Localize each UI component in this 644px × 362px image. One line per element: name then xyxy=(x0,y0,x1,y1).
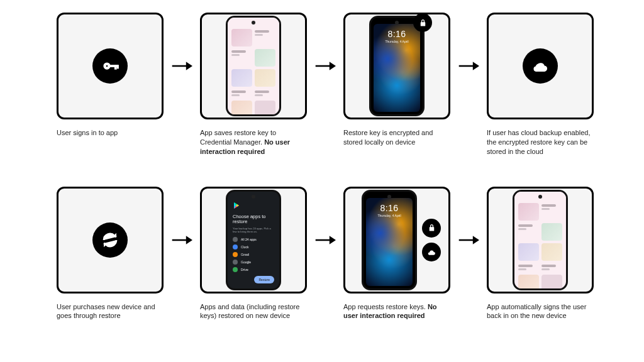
step-save-key: App saves restore key to Credential Mana… xyxy=(200,13,307,156)
lock-icon xyxy=(413,13,432,32)
svg-marker-20 xyxy=(473,236,479,244)
box-phone-app xyxy=(487,187,594,293)
list-item: Gmail xyxy=(233,252,274,257)
key-icon xyxy=(92,48,128,84)
list-item: All 24 apps xyxy=(233,237,274,242)
lockscreen-date: Thursday, 4 April xyxy=(371,40,423,43)
step-signin: User signs in to app xyxy=(57,13,164,138)
flow-row-2: User purchases new device and goes throu… xyxy=(57,187,587,321)
phone-mock-restore: Choose apps to restore Your backup has 2… xyxy=(226,190,281,290)
arrow-icon xyxy=(171,13,192,119)
box-key-icon xyxy=(57,13,164,119)
svg-rect-4 xyxy=(117,65,118,69)
play-store-icon xyxy=(233,202,240,209)
box-phone-restore: Choose apps to restore Your backup has 2… xyxy=(200,187,307,293)
box-phone-lockscreen: 8:16 Thursday, 4 April xyxy=(343,13,450,119)
svg-marker-8 xyxy=(330,62,336,70)
caption: Apps and data (including restore keys) r… xyxy=(200,302,307,321)
box-cloud-icon xyxy=(487,13,594,119)
svg-marker-18 xyxy=(330,236,336,244)
caption: If user has cloud backup enabled, the en… xyxy=(487,128,594,156)
cloud-icon xyxy=(422,243,441,261)
box-phone-app xyxy=(200,13,307,119)
list-item: Google xyxy=(233,260,274,265)
caption: Restore key is encrypted and stored loca… xyxy=(343,128,450,147)
list-item: Drive xyxy=(233,267,274,272)
caption: App saves restore key to Credential Mana… xyxy=(200,128,307,156)
caption: App requests restore keys. No user inter… xyxy=(343,302,450,321)
svg-point-1 xyxy=(106,65,108,67)
arrow-icon xyxy=(171,187,192,293)
restore-subtitle: Your backup has 24 apps. Pick a few to b… xyxy=(233,227,274,233)
phone-mock-lockscreen: 8:16 Thursday, 4 April xyxy=(369,16,425,116)
step-auto-signin: App automatically signs the user back in… xyxy=(487,187,594,321)
arrow-icon xyxy=(458,187,479,293)
caption: App automatically signs the user back in… xyxy=(487,302,594,321)
step-new-device: User purchases new device and goes throu… xyxy=(57,187,164,321)
arrow-icon xyxy=(314,187,336,293)
lockscreen-time: 8:16 xyxy=(371,29,423,39)
flow-row-1: User signs in to app App saves restore k… xyxy=(57,13,587,156)
svg-marker-12 xyxy=(186,236,192,244)
step-cloud-backup: If user has cloud backup enabled, the en… xyxy=(487,13,594,156)
box-sync-icon xyxy=(57,187,164,293)
lock-icon xyxy=(422,219,441,238)
svg-marker-10 xyxy=(473,62,479,70)
phone-mock-app xyxy=(226,16,281,116)
lockscreen-time: 8:16 xyxy=(364,203,415,213)
phone-mock-lockscreen: 8:16 Thursday, 4 April xyxy=(362,190,417,290)
svg-rect-3 xyxy=(115,65,117,69)
arrow-icon xyxy=(458,13,479,119)
cloud-icon xyxy=(523,48,558,84)
step-encrypt-local: 8:16 Thursday, 4 April Restore key is en… xyxy=(343,13,450,147)
lockscreen-date: Thursday, 4 April xyxy=(364,214,415,217)
restore-button: Restore xyxy=(254,276,274,283)
step-request-keys: 8:16 Thursday, 4 April App requests rest… xyxy=(343,187,450,321)
restore-title: Choose apps to restore xyxy=(233,214,274,225)
caption: User purchases new device and goes throu… xyxy=(57,302,164,321)
step-restore-apps: Choose apps to restore Your backup has 2… xyxy=(200,187,307,321)
list-item: Clock xyxy=(233,244,274,250)
phone-mock-app xyxy=(513,190,568,290)
caption: User signs in to app xyxy=(57,128,164,138)
svg-marker-6 xyxy=(186,62,192,70)
box-phone-request: 8:16 Thursday, 4 April xyxy=(343,187,450,293)
arrow-icon xyxy=(314,13,336,119)
sync-icon xyxy=(92,222,128,258)
